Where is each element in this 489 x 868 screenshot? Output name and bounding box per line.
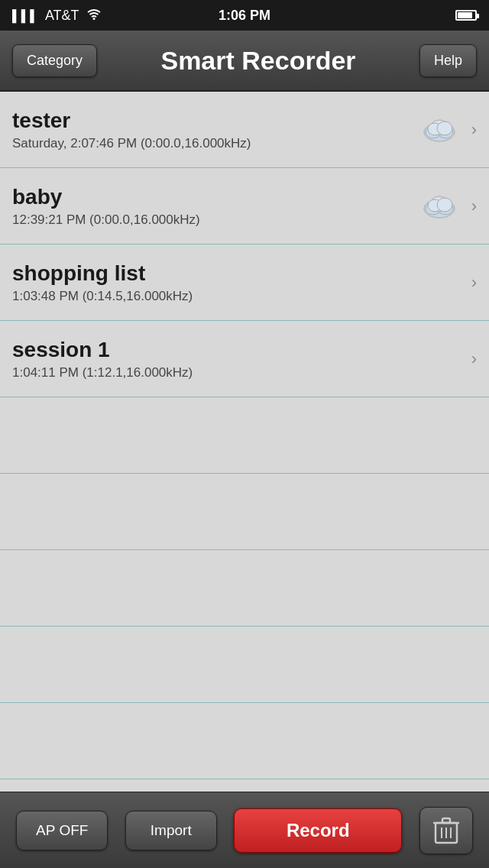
- empty-row: [0, 703, 489, 779]
- item-name: shopping list: [12, 261, 467, 286]
- chevron-right-icon: ›: [471, 349, 477, 369]
- chevron-right-icon: ›: [471, 273, 477, 293]
- status-bar: ▌▌▌ AT&T 1:06 PM: [0, 0, 489, 31]
- svg-rect-15: [442, 818, 450, 823]
- carrier-label: AT&T: [45, 8, 79, 24]
- empty-row: [0, 397, 489, 474]
- item-name: tester: [12, 108, 419, 133]
- item-detail: Saturday, 2:07:46 PM (0:00.0,16.000kHz): [12, 136, 419, 151]
- item-text: shopping list1:03:48 PM (0:14.5,16.000kH…: [12, 261, 467, 304]
- nav-bar: Category Smart Recorder Help: [0, 31, 489, 92]
- item-detail: 12:39:21 PM (0:00.0,16.000kHz): [12, 212, 419, 228]
- list-item[interactable]: session 11:04:11 PM (1:12.1,16.000kHz)›: [0, 321, 489, 397]
- nav-title: Smart Recorder: [97, 46, 419, 76]
- item-text: baby12:39:21 PM (0:00.0,16.000kHz): [12, 185, 419, 228]
- battery-icon: [455, 10, 477, 21]
- wifi-icon: [86, 8, 102, 24]
- chevron-right-icon: ›: [471, 196, 477, 216]
- trash-icon: [432, 815, 460, 846]
- record-button[interactable]: Record: [234, 808, 402, 853]
- item-icons: ›: [467, 349, 477, 369]
- svg-point-0: [92, 18, 95, 20]
- item-icons: ›: [419, 192, 477, 221]
- ap-off-button[interactable]: AP OFF: [16, 811, 108, 850]
- list-item[interactable]: baby12:39:21 PM (0:00.0,16.000kHz) ›: [0, 168, 489, 245]
- status-right: [455, 10, 477, 21]
- status-time: 1:06 PM: [219, 8, 270, 24]
- svg-point-12: [437, 198, 452, 212]
- help-button[interactable]: Help: [419, 44, 477, 77]
- trash-button[interactable]: [419, 807, 473, 854]
- item-detail: 1:04:11 PM (1:12.1,16.000kHz): [12, 365, 467, 381]
- item-text: session 11:04:11 PM (1:12.1,16.000kHz): [12, 338, 467, 381]
- cloud-icon[interactable]: [419, 192, 459, 221]
- status-left: ▌▌▌ AT&T: [12, 8, 102, 24]
- empty-row: [0, 627, 489, 703]
- item-text: testerSaturday, 2:07:46 PM (0:00.0,16.00…: [12, 108, 419, 151]
- svg-point-6: [437, 121, 452, 135]
- category-button[interactable]: Category: [12, 44, 97, 77]
- list-item[interactable]: testerSaturday, 2:07:46 PM (0:00.0,16.00…: [0, 92, 489, 168]
- item-name: session 1: [12, 338, 467, 362]
- cloud-icon[interactable]: [419, 115, 459, 144]
- chevron-right-icon: ›: [471, 120, 477, 140]
- list-item[interactable]: shopping list1:03:48 PM (0:14.5,16.000kH…: [0, 245, 489, 321]
- item-name: baby: [12, 185, 419, 209]
- empty-row: [0, 474, 489, 550]
- import-button[interactable]: Import: [125, 811, 217, 850]
- recordings-list: testerSaturday, 2:07:46 PM (0:00.0,16.00…: [0, 92, 489, 856]
- item-icons: ›: [419, 115, 477, 144]
- item-icons: ›: [467, 273, 477, 293]
- signal-bars: ▌▌▌: [12, 9, 39, 22]
- toolbar: AP OFF Import Record: [0, 792, 489, 868]
- empty-row: [0, 550, 489, 627]
- item-detail: 1:03:48 PM (0:14.5,16.000kHz): [12, 289, 467, 304]
